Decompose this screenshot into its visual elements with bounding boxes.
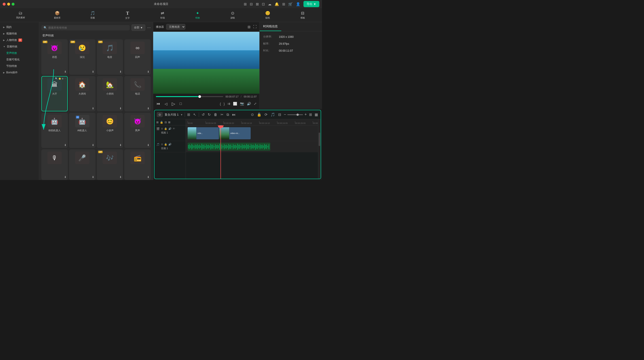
search-input[interactable] — [48, 26, 128, 29]
maximize-button[interactable] — [12, 3, 14, 6]
toolbar-my-assets[interactable]: 🗂 我的素材 — [15, 10, 26, 20]
titlebar-icon-6[interactable]: 🔔 — [274, 2, 279, 6]
tl-forward[interactable]: ⏭ — [232, 112, 236, 117]
tl-tool-r1[interactable]: ⊙ — [250, 112, 254, 117]
toolbar-asset-library[interactable]: 📦 素材库 — [52, 10, 62, 20]
audio-clip-1[interactable] — [188, 143, 270, 151]
effect-male[interactable]: 😈 ⬇ 男声 — [124, 113, 151, 148]
zoom-in-button[interactable]: + — [304, 112, 307, 117]
nav-item-voice-effects[interactable]: 变声特效 — [0, 50, 39, 56]
search-box[interactable]: 🔍 — [41, 25, 130, 30]
effect-child[interactable]: 😊 ⬇ 小孩声 — [97, 113, 123, 148]
effect-old-robot[interactable]: 🤖 ⬇ 传统机器人 — [41, 113, 68, 148]
video-track-action-1[interactable]: ⊞ — [161, 127, 163, 130]
minimize-button[interactable] — [7, 3, 10, 6]
effect-r3[interactable]: VIP 🎶 ⬇ — [97, 149, 123, 180]
track-lock-icon[interactable]: 🔒 — [160, 121, 163, 124]
segment-dropdown[interactable]: ▼ — [180, 113, 183, 116]
tl-redo[interactable]: ↻ — [207, 112, 211, 117]
toolbar-filters[interactable]: ⊙ 滤镜 — [228, 10, 237, 20]
titlebar-icon-4[interactable]: ⊡ — [262, 2, 265, 6]
progress-bar[interactable] — [156, 96, 223, 97]
effect-hall[interactable]: 🏛 🔍 ⭐ ⊕ ⋯ 大厅 — [41, 76, 68, 111]
add-video-track-icon[interactable]: ⊞ — [156, 121, 158, 124]
tl-undo[interactable]: ↺ — [201, 112, 205, 117]
toolbar-text[interactable]: T 文字 — [123, 10, 132, 20]
video-track-action-3[interactable]: 🔊 — [168, 127, 172, 130]
titlebar-icon-3[interactable]: ⊠ — [256, 2, 259, 6]
timeline-home-button[interactable]: ⊙ — [157, 112, 163, 117]
tl-layout-btn[interactable]: ▦ — [314, 112, 318, 117]
zoom-out-button[interactable]: − — [284, 112, 286, 117]
effect-r4[interactable]: 📻 ⬇ — [124, 149, 151, 180]
tl-tool-grid[interactable]: ⊞ — [187, 112, 190, 117]
video-clip-1[interactable]: vide... — [188, 127, 219, 139]
export-button[interactable]: 导出 ▼ — [304, 1, 319, 7]
tl-tool-cursor[interactable]: ↖ — [193, 112, 196, 117]
effect-sad[interactable]: VIP 😢 ⬇ 深沉 — [69, 39, 96, 75]
toolbar-transition[interactable]: ⇌ 转场 — [158, 10, 167, 20]
video-clip-3[interactable]: video-mi... — [220, 127, 240, 139]
nav-item-boris[interactable]: ▶ Boris插件 — [0, 69, 39, 76]
filter-button[interactable]: 全部 ▼ — [132, 24, 145, 31]
effect-search-btn[interactable]: 🔍 — [55, 77, 58, 80]
titlebar-icon-8[interactable]: 🛒 — [288, 2, 293, 6]
effect-evil[interactable]: VIP 😈 ⬇ 邪恶 — [41, 39, 68, 75]
preview-screen-icon[interactable]: ⬜ — [233, 102, 237, 106]
prev-frame-button[interactable]: ⏮ — [156, 101, 161, 106]
titlebar-icon-5[interactable]: ☁ — [268, 2, 272, 6]
tl-tool-r4[interactable]: 🎵 — [270, 112, 276, 117]
effect-star-btn[interactable]: ⭐ — [58, 77, 61, 80]
toolbar-audio[interactable]: 🎵 音频 — [88, 10, 97, 20]
snapshot-icon[interactable]: 📷 — [240, 102, 244, 106]
effect-add-btn[interactable]: ⊕ — [62, 77, 64, 80]
tl-tool-r5[interactable]: ⊟ — [278, 112, 282, 117]
audio-track-action-2[interactable]: 🔒 — [164, 143, 167, 146]
tl-copy[interactable]: ⧉ — [226, 112, 230, 117]
mark-in-icon[interactable]: { — [220, 102, 221, 106]
fit-icon[interactable]: ⤢ — [254, 102, 257, 106]
grid-toggle-button[interactable]: ⊞ — [309, 112, 312, 117]
insert-icon[interactable]: ⇉ — [228, 102, 230, 106]
track-merge-icon[interactable]: ⊠ — [168, 121, 170, 124]
quality-select[interactable]: 完整画质 — [166, 24, 185, 30]
nav-item-beat-effects[interactable]: 节拍特效 — [0, 63, 39, 69]
toolbar-effects[interactable]: ✦ 特效 — [193, 10, 202, 20]
grid-view-icon[interactable]: ⊞ — [248, 25, 250, 29]
toolbar-stickers[interactable]: 😊 贴纸 — [263, 10, 272, 20]
effect-r1[interactable]: 🎙 ⬇ — [41, 149, 68, 180]
play-button[interactable]: ▷ — [171, 100, 176, 107]
audio-track-action-1[interactable]: ⊞ — [161, 143, 163, 146]
tl-tool-r3[interactable]: ⟳ — [264, 112, 268, 117]
effect-ai-robot[interactable]: AI 🤖 ⬇ AI机器人 — [69, 113, 96, 148]
fullscreen-icon[interactable]: ⛶ — [253, 25, 257, 29]
titlebar-icon-1[interactable]: ⊞ — [244, 2, 247, 6]
video-track-action-4[interactable]: 👁 — [173, 127, 175, 130]
timeline-scrollbar-v[interactable] — [318, 119, 321, 179]
nav-item-audio-visual[interactable]: 音频可视化 — [0, 56, 39, 63]
audio-track-action-3[interactable]: 🔊 — [168, 143, 172, 146]
progress-handle[interactable] — [198, 95, 201, 98]
volume-icon[interactable]: 🔊 — [247, 102, 251, 106]
track-link-icon[interactable]: ⊟ — [164, 121, 167, 124]
titlebar-icon-2[interactable]: ⊟ — [250, 2, 253, 6]
effect-echo[interactable]: ∞ ⬇ 回声 — [124, 39, 151, 75]
video-track-action-2[interactable]: 🔒 — [164, 127, 167, 130]
effect-big-room[interactable]: 🏠 ⬇ 大房间 — [69, 76, 96, 111]
effect-r2[interactable]: 🎤 ⬇ — [69, 149, 96, 180]
close-button[interactable] — [3, 3, 6, 6]
effect-more-btn[interactable]: ⋯ — [64, 77, 66, 80]
tab-timeline-info[interactable]: 时间线信息 — [260, 22, 281, 31]
stop-button[interactable]: □ — [179, 101, 182, 106]
tl-delete[interactable]: 🗑 — [213, 112, 218, 117]
mark-out-icon[interactable]: } — [224, 102, 225, 106]
effect-electric[interactable]: VIP 🎵 ⬇ 电音 — [97, 39, 123, 75]
step-back-button[interactable]: ◁ — [164, 101, 168, 107]
nav-item-character-effects[interactable]: ▶ 人物特效 新 — [0, 37, 39, 44]
nav-item-my[interactable]: ▶ 我的 — [0, 24, 39, 30]
titlebar-icon-7[interactable]: ⊞ — [282, 2, 285, 6]
toolbar-templates[interactable]: ⊟ 模板 — [298, 10, 307, 20]
nav-item-video-effects[interactable]: ▶ 视频特效 — [0, 30, 39, 37]
effect-small-room[interactable]: 🏡 ⬇ 小房间 — [97, 76, 123, 111]
tl-tool-r2[interactable]: 🔒 — [256, 112, 262, 117]
